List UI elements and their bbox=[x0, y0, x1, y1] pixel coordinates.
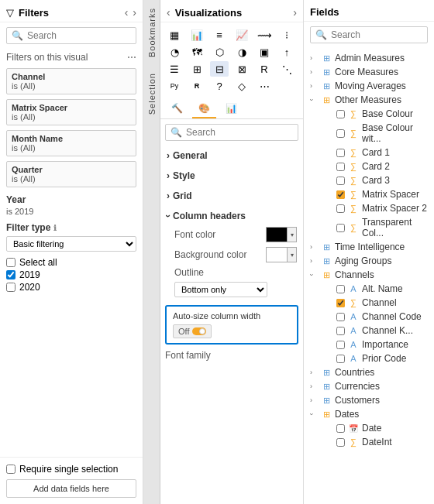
tree-item-customers[interactable]: ⊞ Customers bbox=[304, 393, 434, 407]
toggle-control[interactable]: Off bbox=[173, 324, 212, 338]
viz-icon-scatter[interactable]: ⁝ bbox=[277, 27, 296, 43]
tree-item-transparent-col[interactable]: ∑ Transparent Col... bbox=[321, 215, 434, 240]
filters-search-input[interactable] bbox=[27, 30, 131, 41]
viz-icon-python[interactable]: Py bbox=[165, 78, 184, 94]
filter-option-2020[interactable]: 2020 bbox=[6, 281, 136, 293]
filter-option-select-all[interactable]: Select all bbox=[6, 256, 136, 269]
tree-item-channels[interactable]: ⊞ Channels bbox=[304, 268, 434, 282]
channel-k-checkbox[interactable] bbox=[336, 327, 345, 335]
viz-icon-treemap[interactable]: ⊠ bbox=[232, 61, 251, 77]
option-2019-checkbox[interactable] bbox=[6, 270, 16, 279]
viz-tab-format[interactable]: 🎨 bbox=[192, 100, 216, 118]
transparent-col-checkbox[interactable] bbox=[336, 224, 345, 232]
dateint-checkbox[interactable] bbox=[336, 438, 345, 447]
filter-option-2019[interactable]: 2019 bbox=[6, 269, 136, 281]
tree-item-channel-field[interactable]: ∑ Channel bbox=[321, 296, 434, 310]
fields-search-input[interactable] bbox=[331, 29, 422, 40]
style-section-header[interactable]: Style bbox=[165, 167, 298, 184]
filter-card-matrix-spacer[interactable]: Matrix Spacer is (All) bbox=[6, 99, 136, 125]
tree-item-aging-groups[interactable]: ⊞ Aging Groups bbox=[304, 254, 434, 268]
tree-item-base-colour[interactable]: ∑ Base Colour bbox=[321, 107, 434, 121]
outline-select[interactable]: Bottom only bbox=[174, 282, 267, 297]
viz-icon-funnel[interactable]: ⬡ bbox=[210, 44, 229, 60]
tree-item-base-colour-wit[interactable]: ∑ Base Colour wit... bbox=[321, 121, 434, 146]
channel-code-checkbox[interactable] bbox=[336, 313, 345, 321]
viz-icon-decomp[interactable]: ⋱ bbox=[277, 61, 296, 77]
column-headers-section-header[interactable]: Column headers bbox=[165, 207, 298, 225]
base-colour-checkbox[interactable] bbox=[336, 110, 345, 118]
tree-item-moving-averages[interactable]: ⊞ Moving Averages bbox=[304, 79, 434, 93]
selection-tab[interactable]: Selection bbox=[147, 73, 157, 115]
base-colour-wit-checkbox[interactable] bbox=[336, 129, 345, 138]
tree-item-card1[interactable]: ∑ Card 1 bbox=[321, 146, 434, 159]
tree-item-dates[interactable]: ⊞ Dates bbox=[304, 407, 434, 421]
viz-icon-kpi[interactable]: ↑ bbox=[277, 44, 296, 60]
card3-checkbox[interactable] bbox=[336, 177, 345, 185]
tree-item-core-measures[interactable]: ⊞ Core Measures bbox=[304, 65, 434, 79]
general-section-header[interactable]: General bbox=[165, 147, 298, 164]
viz-tab-analytics[interactable]: 📊 bbox=[219, 100, 243, 118]
viz-icon-more[interactable]: ⋯ bbox=[255, 78, 274, 94]
viz-icon-line-chart[interactable]: 📈 bbox=[232, 27, 251, 43]
card1-checkbox[interactable] bbox=[336, 149, 345, 157]
tree-item-countries[interactable]: ⊞ Countries bbox=[304, 365, 434, 379]
viz-icon-waterfall[interactable]: R bbox=[255, 61, 274, 77]
viz-icon-table[interactable]: ⊞ bbox=[188, 61, 206, 77]
tree-item-currencies[interactable]: ⊞ Currencies bbox=[304, 379, 434, 393]
tree-item-card3[interactable]: ∑ Card 3 bbox=[321, 173, 434, 187]
select-all-checkbox[interactable] bbox=[6, 258, 16, 267]
more-options-icon[interactable]: ⋯ bbox=[127, 52, 136, 63]
viz-icon-area-chart[interactable]: ⟿ bbox=[255, 27, 274, 43]
viz-icon-card[interactable]: ▣ bbox=[255, 44, 274, 60]
tree-item-dateint[interactable]: ∑ DateInt bbox=[321, 435, 434, 449]
viz-forward-icon[interactable]: › bbox=[293, 6, 297, 19]
tree-item-date[interactable]: 📅 Date bbox=[321, 421, 434, 435]
option-2020-checkbox[interactable] bbox=[6, 283, 16, 292]
bg-color-swatch[interactable] bbox=[266, 247, 288, 262]
tree-item-time-intelligence[interactable]: ⊞ Time Intelligence bbox=[304, 240, 434, 254]
viz-icon-pie[interactable]: ◔ bbox=[165, 44, 184, 60]
matrix-spacer-field-checkbox[interactable] bbox=[336, 190, 345, 199]
tree-item-prior-code[interactable]: A Prior Code bbox=[321, 351, 434, 365]
viz-icon-matrix[interactable]: ⊟ bbox=[210, 61, 229, 77]
back-icon[interactable]: ‹ bbox=[125, 6, 129, 19]
font-color-dropdown[interactable]: ▾ bbox=[288, 227, 297, 242]
require-single-checkbox[interactable] bbox=[6, 465, 16, 474]
viz-icon-bar-chart[interactable]: ≡ bbox=[210, 27, 229, 43]
tree-item-card2[interactable]: ∑ Card 2 bbox=[321, 159, 434, 173]
tree-item-alt-name[interactable]: A Alt. Name bbox=[321, 282, 434, 296]
viz-icon-custom1[interactable]: ◇ bbox=[232, 78, 251, 94]
viz-back-icon[interactable]: ‹ bbox=[167, 6, 170, 19]
viz-icon-map[interactable]: 🗺 bbox=[188, 44, 206, 60]
viz-icon-qna[interactable]: ? bbox=[210, 78, 229, 94]
bookmarks-tab[interactable]: Bookmarks bbox=[147, 8, 157, 57]
font-color-swatch[interactable] bbox=[266, 227, 288, 242]
alt-name-checkbox[interactable] bbox=[336, 285, 345, 293]
filter-card-channel[interactable]: Channel is (All) bbox=[6, 68, 136, 94]
viz-icon-gauge[interactable]: ◑ bbox=[232, 44, 251, 60]
importance-checkbox[interactable] bbox=[336, 341, 345, 349]
bg-color-dropdown[interactable]: ▾ bbox=[288, 247, 297, 262]
viz-icon-stacked-bar[interactable]: ▦ bbox=[165, 27, 184, 43]
forward-icon[interactable]: › bbox=[133, 6, 136, 19]
add-data-button[interactable]: Add data fields here bbox=[6, 479, 136, 498]
viz-icon-slicer[interactable]: ☰ bbox=[165, 61, 184, 77]
prior-code-checkbox[interactable] bbox=[336, 355, 345, 363]
date-checkbox[interactable] bbox=[336, 424, 345, 433]
tree-item-admin-measures[interactable]: ⊞ Admin Measures bbox=[304, 51, 434, 65]
tree-item-importance[interactable]: A Importance bbox=[321, 338, 434, 351]
tree-item-matrix-spacer2[interactable]: ∑ Matrix Spacer 2 bbox=[321, 201, 434, 215]
viz-tab-build[interactable]: 🔨 bbox=[165, 100, 189, 118]
viz-search-input[interactable] bbox=[186, 127, 293, 138]
viz-icon-r[interactable]: R bbox=[188, 78, 206, 94]
tree-item-channel-k[interactable]: A Channel K... bbox=[321, 324, 434, 338]
tree-item-matrix-spacer[interactable]: ∑ Matrix Spacer bbox=[321, 187, 434, 201]
grid-section-header[interactable]: Grid bbox=[165, 187, 298, 204]
tree-item-channel-code[interactable]: A Channel Code bbox=[321, 310, 434, 324]
viz-icon-column-chart[interactable]: 📊 bbox=[188, 27, 206, 43]
filter-card-quarter[interactable]: Quarter is (All) bbox=[6, 161, 136, 187]
filter-type-select[interactable]: Basic filtering bbox=[6, 236, 136, 252]
tree-item-other-measures[interactable]: ⊞ Other Measures bbox=[304, 93, 434, 107]
matrix-spacer2-checkbox[interactable] bbox=[336, 204, 345, 213]
card2-checkbox[interactable] bbox=[336, 163, 345, 171]
